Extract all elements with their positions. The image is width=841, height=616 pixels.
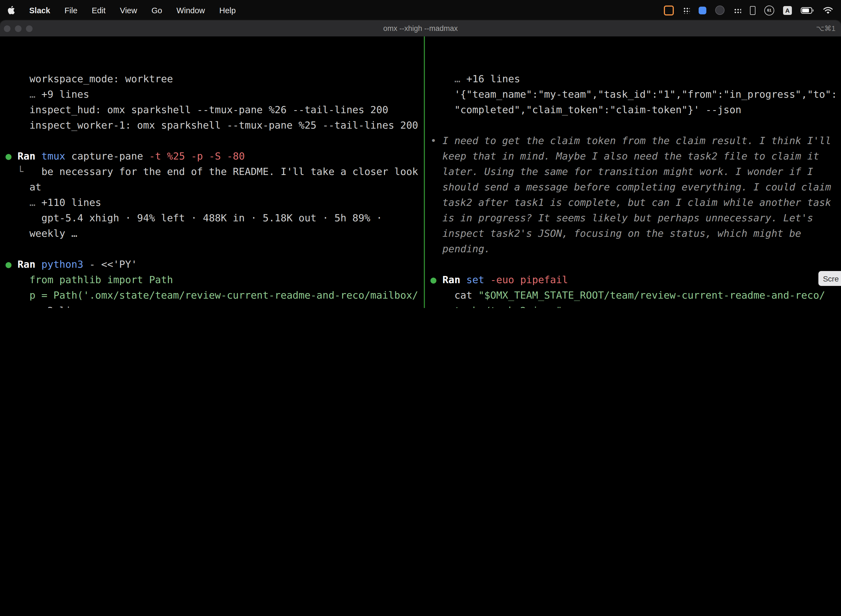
text-segment: … — [431, 73, 466, 84]
terminal-content: workspace_mode: worktree … +9 lines insp… — [0, 37, 841, 308]
text-segment: set — [466, 274, 484, 285]
terminal-line: … +16 lines — [425, 71, 841, 87]
text-segment: "completed","claim_token":"claim-token"}… — [431, 104, 741, 115]
text-segment: +16 lines — [466, 73, 520, 84]
text-segment: is in progress? It seems likely but perh… — [431, 212, 813, 224]
terminal-line: ● Ran set -euo pipefail — [425, 272, 841, 287]
tmux-panes: workspace_mode: worktree … +9 lines insp… — [0, 37, 841, 308]
terminal-line: └ be necessary for the end of the README… — [0, 164, 424, 179]
text-segment: -t %25 -p -S -80 — [143, 150, 245, 162]
terminal-line: weekly … — [0, 226, 424, 241]
text-segment: capture-pane — [65, 150, 143, 162]
left-terminal-pane[interactable]: workspace_mode: worktree … +9 lines insp… — [0, 37, 424, 308]
text-segment: p = Path('.omx/state/team/review-current… — [6, 289, 418, 301]
grid-icon[interactable] — [683, 7, 690, 14]
terminal-line: p = Path('.omx/state/team/review-current… — [0, 287, 424, 303]
terminal-line: gpt-5.4 xhigh · 94% left · 488K in · 5.1… — [0, 210, 424, 226]
screen-recording-indicator-icon[interactable] — [664, 5, 674, 15]
text-segment: later. Using the same for transition mig… — [431, 166, 813, 177]
text-segment: cat — [431, 289, 478, 301]
text-segment: keep that in mind. Maybe I also need the… — [431, 150, 819, 162]
window-title: omx --xhigh --madmax — [0, 24, 841, 32]
terminal-line: keep that in mind. Maybe I also need the… — [425, 148, 841, 164]
minimize-button[interactable] — [15, 25, 22, 32]
terminal-line — [425, 117, 841, 133]
terminal-line: … +110 lines — [0, 195, 424, 210]
text-segment: inspect task2's JSON, focusing on the st… — [431, 227, 801, 239]
right-terminal-pane[interactable]: … +16 lines '{"team_name":"my-team","tas… — [425, 37, 841, 308]
terminal-line — [0, 133, 424, 148]
text-segment: +110 lines — [41, 197, 101, 208]
terminal-line: at — [0, 179, 424, 195]
terminal-line — [425, 257, 841, 272]
terminal-line: workspace_mode: worktree — [0, 71, 424, 87]
text-segment: task2 after task1 is complete, but can I… — [431, 197, 831, 208]
menu-item-window[interactable]: Window — [177, 6, 205, 15]
terminal-line: … +9 lines — [0, 87, 424, 102]
menu-item-edit[interactable]: Edit — [92, 6, 105, 15]
text-segment: inspect_worker-1: omx sparkshell --tmux-… — [6, 119, 418, 131]
text-segment: python3 — [41, 258, 84, 270]
terminal-line: from pathlib import Path — [0, 272, 424, 287]
terminal-line: inspect_worker-1: omx sparkshell --tmux-… — [0, 117, 424, 133]
terminal-window: omx --xhigh --madmax ⌥⌘1 workspace_mode:… — [0, 21, 841, 308]
screen: Slack File Edit View Go Window Help 61 A — [0, 0, 841, 308]
apple-menu[interactable] — [8, 6, 15, 14]
menu-item-help[interactable]: Help — [219, 6, 236, 15]
dark-app-icon[interactable] — [715, 6, 725, 15]
terminal-line: is in progress? It seems likely but perh… — [425, 210, 841, 226]
battery-icon[interactable] — [801, 7, 814, 13]
text-segment: … — [6, 305, 41, 308]
menu-item-file[interactable]: File — [64, 6, 78, 15]
menu-item-view[interactable]: View — [120, 6, 137, 15]
text-segment: -euo pipefail — [484, 274, 568, 285]
text-segment: workspace_mode: worktree — [6, 73, 173, 84]
device-icon[interactable] — [750, 6, 756, 15]
terminal-line: … +3 lines — [0, 303, 424, 308]
window-title-bar[interactable]: omx --xhigh --madmax ⌥⌘1 — [0, 21, 841, 37]
text-segment: I need to get the claim token from the c… — [442, 135, 831, 146]
active-app-menu[interactable]: Slack — [29, 6, 50, 15]
text-segment: Ran — [442, 274, 466, 285]
text-segment: ● — [6, 258, 18, 270]
terminal-line: "completed","claim_token":"claim-token"}… — [425, 102, 841, 117]
gauge-icon[interactable]: 61 — [764, 5, 774, 15]
text-segment: "$OMX_TEAM_STATE_ROOT/team/review-curren… — [478, 289, 825, 301]
close-button[interactable] — [4, 25, 10, 32]
text-segment: • — [431, 135, 442, 146]
text-segment: at — [6, 181, 41, 193]
terminal-line: should send a message before completing … — [425, 179, 841, 195]
text-segment: +9 lines — [41, 88, 89, 100]
terminal-line: '{"team_name":"my-team","task_id":"1","f… — [425, 87, 841, 102]
text-segment: weekly … — [6, 227, 77, 239]
terminal-line: inspect task2's JSON, focusing on the st… — [425, 226, 841, 241]
text-segment: Ran — [18, 258, 41, 270]
terminal-line: ● Ran tmux capture-pane -t %25 -p -S -80 — [0, 148, 424, 164]
terminal-line: inspect_hud: omx sparkshell --tmux-pane … — [0, 102, 424, 117]
text-segment: tmux — [41, 150, 65, 162]
text-segment: Ran — [18, 150, 41, 162]
blue-app-icon[interactable] — [699, 6, 706, 14]
dots-grid-icon[interactable] — [733, 7, 741, 13]
terminal-line: ● Ran python3 - <<'PY' — [0, 257, 424, 272]
input-source-icon[interactable]: A — [783, 6, 792, 15]
terminal-line: later. Using the same for transition mig… — [425, 164, 841, 179]
window-shortcut: ⌥⌘1 — [816, 24, 835, 32]
left-pane-output: workspace_mode: worktree … +9 lines insp… — [0, 67, 424, 308]
text-segment: gpt-5.4 xhigh · 94% left · 488K in · 5.1… — [6, 212, 382, 224]
terminal-line: pending. — [425, 241, 841, 257]
text-segment: inspect_hud: omx sparkshell --tmux-pane … — [6, 104, 388, 115]
terminal-line: task2 after task1 is complete, but can I… — [425, 195, 841, 210]
text-segment: from pathlib import Path — [6, 274, 173, 285]
text-segment: '{"team_name":"my-team","task_id":"1","f… — [431, 88, 837, 100]
screen-tooltip: Scre — [818, 271, 841, 286]
text-segment: be necessary for the end of the README. … — [41, 166, 418, 177]
terminal-line: cat "$OMX_TEAM_STATE_ROOT/team/review-cu… — [425, 287, 841, 303]
menu-item-go[interactable]: Go — [151, 6, 162, 15]
apple-icon — [8, 6, 15, 14]
text-segment: … — [6, 197, 41, 208]
text-segment: +3 lines — [41, 305, 89, 308]
zoom-button[interactable] — [26, 25, 32, 32]
text-segment: └ — [6, 166, 41, 177]
wifi-icon[interactable] — [823, 6, 833, 14]
